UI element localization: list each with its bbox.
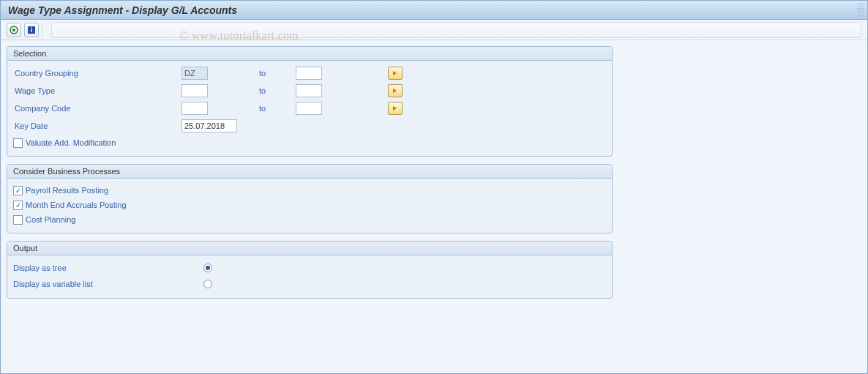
company-code-label: Company Code [13,104,182,113]
content-area: Selection Country Grouping to Wage Type … [1,40,867,304]
group-selection-body: Country Grouping to Wage Type to [7,61,612,156]
group-selection: Selection Country Grouping to Wage Type … [7,46,613,157]
execute-icon [10,26,18,34]
display-list-radio[interactable] [203,280,212,288]
cost-planning-checkbox[interactable] [13,215,23,225]
key-date-input[interactable] [182,119,237,132]
group-selection-header: Selection [7,47,612,61]
country-to-label: to [208,69,296,78]
display-tree-label: Display as tree [13,263,203,272]
wage-type-label: Wage Type [13,86,182,95]
arrow-right-icon [392,70,399,77]
company-code-to-input[interactable] [296,102,322,115]
titlebar-grip [857,4,864,17]
info-icon: i [27,26,36,34]
company-to-label: to [208,104,296,113]
display-list-label: Display as variable list [13,280,203,288]
row-country-grouping: Country Grouping to [13,65,606,81]
row-company-code: Company Code to [13,100,606,116]
group-processes-header: Consider Business Processes [7,165,612,179]
row-wage-type: Wage Type to [13,83,606,99]
group-output-body: Display as tree Display as variable list [7,255,612,298]
row-cost-planning: Cost Planning [13,212,606,227]
row-display-list: Display as variable list [13,276,606,292]
svg-text:i: i [31,26,33,34]
company-code-input[interactable] [182,102,208,115]
arrow-right-icon [392,87,399,94]
group-processes-body: Payroll Results Posting Month End Accrua… [7,179,612,233]
toolbar-separator [42,23,42,37]
wage-multiselect-button[interactable] [388,84,403,97]
row-display-tree: Display as tree [13,260,606,276]
country-grouping-to-input[interactable] [296,67,322,80]
valuate-label: Valuate Add. Modification [26,138,116,147]
toolbar: i [1,20,867,40]
row-month-end: Month End Accruals Posting [13,198,606,212]
wage-type-to-input[interactable] [296,84,322,97]
key-date-label: Key Date [13,121,182,130]
arrow-right-icon [392,105,399,112]
wage-to-label: to [208,86,296,95]
row-key-date: Key Date [13,118,606,134]
wage-type-input[interactable] [182,84,208,97]
country-grouping-label: Country Grouping [13,69,182,78]
title-bar: Wage Type Assignment - Display G/L Accou… [1,1,867,20]
svg-point-1 [12,29,15,31]
month-end-checkbox[interactable] [13,201,23,210]
info-button[interactable]: i [24,23,39,37]
window-title: Wage Type Assignment - Display G/L Accou… [8,4,237,16]
country-grouping-input[interactable] [182,67,208,80]
group-output: Output Display as tree Display as variab… [7,241,613,299]
row-payroll-results: Payroll Results Posting [13,183,606,198]
group-processes: Consider Business Processes Payroll Resu… [7,164,613,233]
group-output-header: Output [7,242,612,255]
toolbar-extension [51,22,861,38]
display-tree-radio[interactable] [203,263,212,272]
execute-button[interactable] [7,23,21,37]
company-multiselect-button[interactable] [388,102,403,115]
payroll-results-checkbox[interactable] [13,186,23,195]
cost-planning-label: Cost Planning [26,215,76,224]
month-end-label: Month End Accruals Posting [26,201,127,209]
valuate-checkbox[interactable] [13,138,23,148]
row-valuate: Valuate Add. Modification [13,135,606,150]
payroll-results-label: Payroll Results Posting [26,186,108,195]
app-window: Wage Type Assignment - Display G/L Accou… [0,0,868,374]
country-multiselect-button[interactable] [388,67,403,80]
